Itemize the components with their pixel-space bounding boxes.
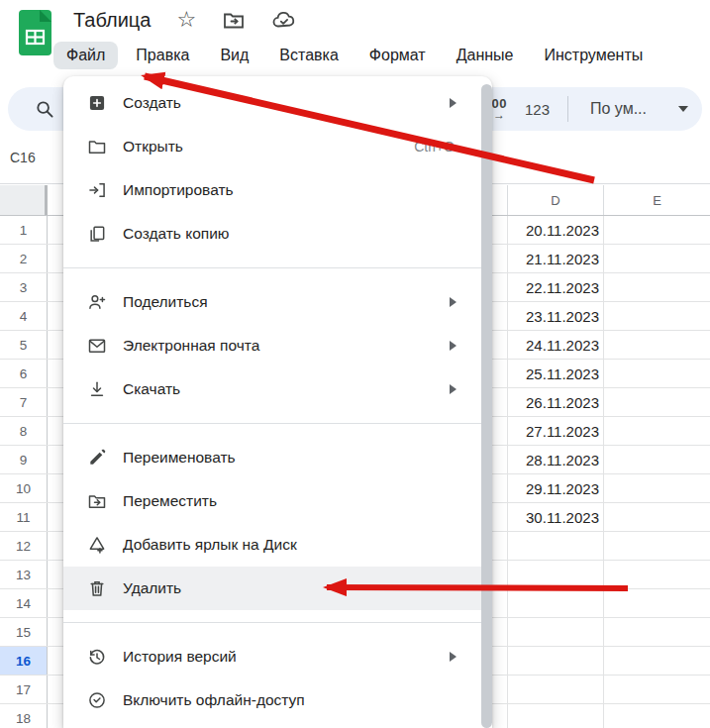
row-header[interactable]: 7 bbox=[0, 388, 48, 416]
cell-d[interactable]: 21.11.2023 bbox=[507, 245, 603, 272]
cell-d[interactable]: 24.11.2023 bbox=[507, 331, 603, 359]
cell-e[interactable] bbox=[603, 676, 710, 703]
cell-d[interactable]: 28.11.2023 bbox=[507, 446, 603, 473]
document-title[interactable]: Таблица bbox=[73, 9, 151, 32]
column-header-d[interactable]: D bbox=[507, 185, 603, 215]
cell-d[interactable]: 27.11.2023 bbox=[507, 417, 603, 445]
person-add-icon bbox=[87, 292, 107, 312]
menu-item-label: Создать bbox=[123, 94, 181, 112]
menu-item-label: Электронная почта bbox=[123, 337, 259, 355]
cell-e[interactable] bbox=[603, 273, 710, 301]
cell-e[interactable] bbox=[603, 561, 710, 588]
cell-d[interactable]: 22.11.2023 bbox=[507, 273, 603, 301]
email-icon bbox=[87, 336, 107, 356]
cell-e[interactable] bbox=[603, 302, 710, 330]
cell-d[interactable]: 25.11.2023 bbox=[507, 360, 603, 387]
column-header-e[interactable]: E bbox=[603, 185, 710, 215]
cell-d[interactable] bbox=[507, 589, 603, 617]
cell-d[interactable] bbox=[507, 618, 603, 646]
cell-d[interactable]: 29.11.2023 bbox=[507, 474, 603, 502]
row-header[interactable]: 17 bbox=[0, 676, 48, 703]
menu-item-move[interactable]: Переместить bbox=[63, 479, 492, 523]
row-header[interactable]: 15 bbox=[0, 618, 48, 646]
cell-d[interactable]: 20.11.2023 bbox=[507, 216, 603, 244]
row-header[interactable]: 2 bbox=[0, 245, 48, 272]
row-header[interactable]: 1 bbox=[0, 216, 48, 244]
menu-item-email[interactable]: Электронная почта bbox=[63, 324, 492, 367]
row-header[interactable]: 4 bbox=[0, 302, 48, 330]
row-header-selected[interactable]: 16 bbox=[0, 647, 48, 675]
menubar-edit[interactable]: Правка bbox=[123, 42, 202, 69]
menubar-tools[interactable]: Инструменты bbox=[531, 42, 656, 69]
increase-decimal-button[interactable]: 00 → bbox=[492, 98, 507, 121]
row-header[interactable]: 18 bbox=[0, 704, 48, 728]
folder-move-icon bbox=[87, 491, 107, 511]
menu-item-create[interactable]: Создать bbox=[63, 81, 492, 125]
cell-d[interactable] bbox=[507, 561, 603, 588]
submenu-arrow-icon bbox=[450, 98, 456, 108]
cell-e[interactable] bbox=[603, 446, 710, 473]
menubar-insert[interactable]: Вставка bbox=[266, 42, 351, 69]
cell-e[interactable] bbox=[603, 331, 710, 359]
font-selector[interactable]: По ум... bbox=[590, 100, 647, 118]
menu-item-offline-access[interactable]: Включить офлайн-доступ bbox=[63, 678, 492, 722]
number-format-button[interactable]: 123 bbox=[525, 101, 550, 118]
menu-item-download[interactable]: Скачать bbox=[63, 367, 492, 411]
search-icon[interactable] bbox=[34, 98, 55, 120]
row-header[interactable]: 3 bbox=[0, 273, 48, 301]
cell-d[interactable] bbox=[507, 704, 603, 728]
submenu-arrow-icon bbox=[450, 297, 456, 307]
cell-e[interactable] bbox=[603, 704, 710, 728]
row-header[interactable]: 12 bbox=[0, 532, 48, 560]
menubar-view[interactable]: Вид bbox=[207, 42, 261, 69]
menu-item-open[interactable]: Открыть Ctrl+O bbox=[63, 125, 492, 168]
cell-d[interactable] bbox=[507, 532, 603, 560]
dropdown-caret-icon[interactable] bbox=[678, 106, 688, 112]
cell-e[interactable] bbox=[603, 618, 710, 646]
menu-item-add-shortcut[interactable]: Добавить ярлык на Диск bbox=[63, 523, 492, 567]
row-header[interactable]: 5 bbox=[0, 331, 48, 359]
menu-item-rename[interactable]: Переименовать bbox=[63, 436, 492, 479]
row-header[interactable]: 10 bbox=[0, 474, 48, 502]
cell-e[interactable] bbox=[603, 589, 710, 617]
menubar-data[interactable]: Данные bbox=[444, 42, 527, 69]
sheets-logo-icon[interactable] bbox=[17, 8, 54, 57]
menu-item-make-copy[interactable]: Создать копию bbox=[63, 212, 492, 256]
cell-d[interactable]: 26.11.2023 bbox=[507, 388, 603, 416]
menubar-format[interactable]: Формат bbox=[356, 42, 439, 69]
menubar-file[interactable]: Файл bbox=[53, 42, 118, 69]
menu-item-label: Переместить bbox=[123, 492, 217, 510]
cell-e[interactable] bbox=[603, 245, 710, 272]
cell-d[interactable] bbox=[507, 676, 603, 703]
cell-e[interactable] bbox=[603, 360, 710, 387]
cell-e[interactable] bbox=[603, 532, 710, 560]
row-header[interactable]: 6 bbox=[0, 360, 48, 387]
menu-divider bbox=[63, 622, 492, 623]
cell-e[interactable] bbox=[603, 474, 710, 502]
cell-e[interactable] bbox=[603, 503, 710, 531]
row-header[interactable]: 8 bbox=[0, 417, 48, 445]
menu-item-label: Открыть bbox=[123, 138, 183, 156]
menu-item-label: Создать копию bbox=[123, 225, 229, 243]
move-to-folder-icon[interactable] bbox=[222, 8, 246, 32]
menu-item-share[interactable]: Поделиться bbox=[63, 280, 492, 324]
menu-item-version-history[interactable]: История версий bbox=[63, 635, 492, 678]
row-header[interactable]: 14 bbox=[0, 589, 48, 617]
cell-e[interactable] bbox=[603, 647, 710, 675]
row-header[interactable]: 13 bbox=[0, 561, 48, 588]
cell-d[interactable] bbox=[507, 647, 603, 675]
select-all-corner[interactable] bbox=[0, 185, 48, 215]
menu-item-import[interactable]: Импортировать bbox=[63, 168, 492, 212]
menu-item-delete[interactable]: Удалить bbox=[63, 567, 492, 610]
cell-e[interactable] bbox=[603, 388, 710, 416]
cloud-saved-icon[interactable] bbox=[271, 8, 297, 32]
star-icon[interactable]: ☆ bbox=[176, 9, 196, 31]
row-header[interactable]: 9 bbox=[0, 446, 48, 473]
name-box[interactable]: C16 bbox=[10, 131, 36, 184]
cell-d[interactable]: 23.11.2023 bbox=[507, 302, 603, 330]
row-header[interactable]: 11 bbox=[0, 503, 48, 531]
cell-e[interactable] bbox=[603, 417, 710, 445]
cell-e[interactable] bbox=[603, 216, 710, 244]
menu-scrollbar[interactable] bbox=[481, 84, 492, 728]
cell-d[interactable]: 30.11.2023 bbox=[507, 503, 603, 531]
